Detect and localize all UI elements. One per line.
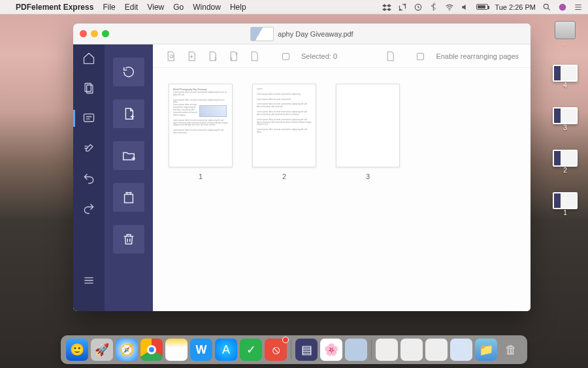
page-item-3[interactable]: 3 [336,84,400,295]
nav-undo[interactable] [82,171,96,186]
dock-photos[interactable]: 🌸 [320,339,342,361]
menu-file[interactable]: File [103,3,115,12]
menu-view[interactable]: View [147,3,164,12]
nav-comments[interactable] [82,111,96,125]
title-bar[interactable]: aphy Day Giveaway.pdf [73,24,531,44]
wifi-icon[interactable] [445,3,454,12]
dock-wondershare[interactable]: W [190,339,212,361]
nav-menu[interactable] [82,273,96,288]
dock-window-min-3[interactable] [425,339,448,361]
dock-window-min-1[interactable] [376,339,398,361]
page-extract-icon[interactable] [206,50,218,62]
dock-window-min-4[interactable] [450,339,472,361]
battery-icon[interactable] [476,4,488,10]
tool-delete[interactable] [113,225,144,254]
selected-checkbox[interactable] [282,52,292,60]
menu-edit[interactable]: Edit [125,3,139,12]
dock-window-min-2[interactable] [400,339,423,361]
spotlight-icon[interactable] [542,3,551,12]
dock-safari[interactable]: 🧭 [116,339,138,361]
menu-help[interactable]: Help [230,3,246,12]
dock-pdfelement[interactable]: ▤ [295,339,318,361]
dock-preview[interactable] [345,339,367,361]
svg-point-3 [559,3,566,10]
desktop-icons: . 4 3 2 1 [549,21,581,216]
nav-redo[interactable] [82,201,96,216]
selected-label: Selected: 0 [301,52,337,60]
rearrange-checkbox[interactable] [417,52,427,60]
volume-icon[interactable] [461,3,470,12]
svg-rect-6 [84,114,94,122]
page-thumb: Lorem Lorem ipsum dolor sit amet consect… [252,84,316,167]
dock-app-red[interactable]: ⦸ [265,339,287,361]
svg-point-2 [544,4,548,8]
fullscreen-button[interactable] [102,30,109,37]
page-label: 2 [282,173,286,180]
tool-extract[interactable] [113,183,144,212]
notification-center-icon[interactable] [574,3,583,12]
desktop-screenshot-3[interactable]: 3 [553,107,578,131]
dock-chrome[interactable] [140,339,163,361]
dock-folder[interactable]: 📁 [475,339,497,361]
dock-finder[interactable]: 🙂 [66,339,88,361]
bluetooth-icon[interactable] [429,3,438,12]
menu-go[interactable]: Go [173,3,184,12]
tools-panel [105,24,153,311]
dock-notes[interactable] [165,339,188,361]
page-thumb [336,84,400,167]
siri-icon[interactable] [558,3,567,12]
desktop-screenshot-1[interactable]: 1 [553,192,578,216]
page-single-icon[interactable] [384,50,396,62]
dock-separator [371,340,372,360]
dropbox-icon[interactable] [382,3,391,12]
desktop-drive[interactable]: . [555,21,576,46]
dock-separator [291,340,291,360]
tool-add-page[interactable] [113,99,144,128]
page-thumb: World Photography Day Giveaway Lorem ips… [169,84,233,167]
active-indicator [73,110,75,127]
svg-rect-7 [125,194,133,203]
time-machine-icon[interactable] [414,3,423,12]
pages-grid: World Photography Day Giveaway Lorem ips… [153,68,531,311]
clock[interactable]: Tue 2:26 PM [495,3,536,11]
minimize-button[interactable] [91,30,98,37]
document-thumb-icon [250,27,274,41]
page-label: 3 [366,173,370,180]
page-add-icon[interactable] [186,50,197,62]
dock-check[interactable]: ✓ [240,339,262,361]
page-replace-icon[interactable] [227,50,239,62]
page-item-2[interactable]: Lorem Lorem ipsum dolor sit amet consect… [252,84,316,295]
sync-icon[interactable] [398,3,407,12]
menu-bar: PDFelement Express File Edit View Go Win… [0,0,588,14]
sidebar-nav [73,24,105,311]
desktop-screenshot-4[interactable]: 4 [553,65,578,89]
tool-add-from-folder[interactable] [113,141,144,170]
page-blank-icon[interactable] [248,50,260,62]
status-area: Tue 2:26 PM [382,3,583,12]
dock-launchpad[interactable]: 🚀 [91,339,113,361]
main-area: Selected: 0 Enable rearranging pages Wor… [153,24,531,311]
app-window: aphy Day Giveaway.pdf Selected: 0 [73,24,531,311]
page-item-1[interactable]: World Photography Day Giveaway Lorem ips… [169,84,233,295]
page-label: 1 [199,173,203,180]
svg-point-1 [449,9,450,10]
app-menu[interactable]: PDFelement Express [16,3,93,12]
page-toolbar: Selected: 0 Enable rearranging pages [153,44,531,68]
nav-home[interactable] [82,51,96,65]
window-title: aphy Day Giveaway.pdf [278,30,353,38]
tool-rotate[interactable] [113,58,144,86]
dock: 🙂 🚀 🧭 W A ✓ ⦸ ▤ 🌸 📁 🗑 [61,335,527,364]
nav-edit[interactable] [82,141,96,156]
close-button[interactable] [80,30,87,37]
rearrange-label: Enable rearranging pages [436,52,519,60]
rotate-left-icon[interactable] [165,50,176,62]
nav-pages[interactable] [82,81,96,95]
dock-trash[interactable]: 🗑 [500,339,522,361]
menu-window[interactable]: Window [193,3,221,12]
desktop-screenshot-2[interactable]: 2 [553,150,578,174]
dock-appstore[interactable]: A [215,339,237,361]
